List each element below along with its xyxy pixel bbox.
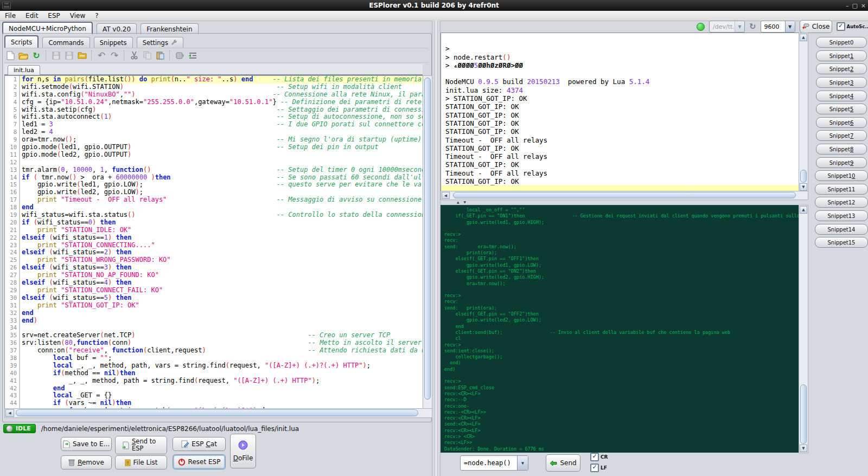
block-comment-icon[interactable] [174,49,186,61]
terminal-vscroll-thumb[interactable] [800,384,807,444]
close-port-button[interactable]: Close [800,20,832,33]
toolbar-separator [124,50,125,60]
close-window-button[interactable]: × [861,2,866,9]
editor-tab-init-lua[interactable]: init.lua [8,65,40,75]
snippet-button-3[interactable]: Snippet3 [816,77,867,88]
scroll-left-arrow-icon[interactable]: ◀ [442,192,450,199]
panel-splitter[interactable] [432,21,441,476]
copy-icon[interactable] [141,49,153,61]
snippet-button-1[interactable]: Snippet1 [816,50,867,61]
snippet-button-6[interactable]: Snippet6 [816,117,867,128]
snippet-label: Snippet2 [829,66,854,72]
editor-hscroll-thumb[interactable] [16,409,418,416]
code-editor[interactable]: 1234567891011121314151617181920212223242… [4,75,424,409]
tab-at-v020[interactable]: AT v0.20 [97,23,137,34]
menu-edit[interactable]: Edit [21,12,43,20]
snippet-button-13[interactable]: Snippet13 [815,210,868,221]
send-page-icon [122,441,129,449]
tab-frankenshtein[interactable]: Frankenshtein [141,23,198,34]
comm-log-terminal[interactable]: local _on_off = "","" if(_GET.pin == "ON… [441,205,802,453]
serial-console[interactable]: >> node.restart()> ₄ØØØØ5ØØhØzØRØ>ØØ Nod… [441,33,803,192]
splitter-collapse-icons[interactable]: ▲ ▼ [457,200,468,204]
snippet-button-12[interactable]: Snippet12 [815,197,868,208]
chevron-down-icon[interactable]: ▼ [517,456,528,470]
chevron-down-icon: ▼ [785,21,795,32]
baud-select[interactable]: 9600 ▼ [761,21,795,33]
snippet-button-15[interactable]: Snippet15 [815,237,868,248]
cr-label: CR [601,454,608,460]
menu-file[interactable]: File [0,12,21,20]
tab-scripts[interactable]: Scripts [4,35,39,48]
scroll-down-arrow-icon[interactable]: ▼ [800,445,807,452]
esp-cat-button[interactable]: ESP Cat [173,437,226,451]
minimize-button[interactable]: – [846,2,849,9]
editor-vscroll-thumb[interactable] [424,78,431,400]
paste-icon[interactable] [154,49,166,61]
reload-file-icon[interactable]: ↻ [30,49,42,61]
reset-esp-button[interactable]: Reset ESP [173,454,226,469]
tab-snippets[interactable]: Snippets [94,37,133,48]
menu-esp[interactable]: ESP [43,12,65,20]
autoscroll-checkbox[interactable]: ✓ [837,22,845,31]
lf-checkbox[interactable]: ✓ [590,464,599,472]
esp-cat-label: ESP Cat [192,440,217,448]
snippet-button-5[interactable]: Snippet5 [816,104,867,114]
scroll-up-arrow-icon[interactable]: ▲ [800,34,807,41]
cr-option: ✓ CR [590,453,608,461]
redo-icon[interactable]: ↷ [108,49,120,61]
trash-icon [68,459,75,466]
play-icon [238,440,248,450]
editor-vertical-scrollbar[interactable] [423,75,432,409]
command-input-combo[interactable]: =node.heap() ▼ [460,455,528,471]
snippet-label: Snippet5 [829,106,854,112]
snippet-button-7[interactable]: Snippet7 [816,130,867,141]
editor-horizontal-scrollbar[interactable]: ◀ [4,408,432,418]
file-list-button[interactable]: File List [115,455,167,469]
snippet-button-2[interactable]: Snippet2 [816,63,867,74]
remove-button[interactable]: Remove [61,455,112,469]
scroll-left-arrow-icon[interactable]: ◀ [5,409,14,417]
snippet-button-9[interactable]: Snippet9 [816,157,867,168]
menu-help[interactable]: ? [90,12,103,20]
cut-icon[interactable] [128,49,140,61]
open-file-icon[interactable] [17,49,29,61]
indent-icon[interactable] [187,49,199,61]
code-area[interactable]: for n,s in pairs(file.list()) do print(n… [20,76,423,409]
snippet-button-4[interactable]: Snippet4 [816,91,867,101]
save-as-icon[interactable] [63,49,75,61]
menu-view[interactable]: View [65,12,90,20]
snippet-label: Snippet8 [829,146,854,152]
console-terminal-splitter[interactable]: ▲ ▼ [441,199,807,205]
console-vscroll-thumb[interactable] [800,170,807,183]
refresh-ports-icon[interactable]: ↻ [749,22,756,31]
close-port-label: Close [812,23,830,30]
app-icon: ESP8266 [2,2,11,9]
maximize-button[interactable]: ▢ [852,2,857,9]
command-input-value[interactable]: =node.heap() [461,459,517,467]
snippet-button-8[interactable]: Snippet8 [816,144,867,155]
console-vertical-scrollbar[interactable]: ▲ ▼ [799,33,808,192]
snippet-button-0[interactable]: Snippet0 [816,37,867,48]
send-to-esp-button[interactable]: Send to ESP [115,436,167,454]
port-select[interactable]: /dev/tt... ▼ [709,21,745,33]
send-command-button[interactable]: Send [546,454,580,472]
remove-label: Remove [78,459,104,466]
new-file-icon[interactable] [4,49,16,61]
save-to-folder-icon[interactable] [76,49,88,61]
undo-icon[interactable]: ↶ [95,49,107,61]
snippet-button-10[interactable]: Snippet10 [815,170,868,181]
scroll-up-arrow-icon[interactable]: ▲ [800,206,807,214]
console-hscroll-thumb[interactable] [453,192,796,198]
tab-nodemcu-micropython[interactable]: NodeMCU+MicroPython [2,22,93,34]
scroll-down-arrow-icon[interactable]: ▼ [800,183,807,191]
dofile-button[interactable]: DoFile [230,434,256,468]
save-to-esp-button[interactable]: Save to E... [61,437,112,451]
cr-checkbox[interactable]: ✓ [590,453,599,461]
terminal-vertical-scrollbar[interactable]: ▲ ▼ [799,205,808,453]
tab-settings[interactable]: Settings [137,37,183,48]
save-file-icon[interactable] [50,49,62,61]
snippet-button-14[interactable]: Snippet14 [815,224,868,235]
snippet-button-11[interactable]: Snippet11 [815,184,868,195]
status-bar: IDLE /home/daniele/esperimenti/elettroni… [3,423,431,434]
tab-commands[interactable]: Commands [42,37,90,48]
